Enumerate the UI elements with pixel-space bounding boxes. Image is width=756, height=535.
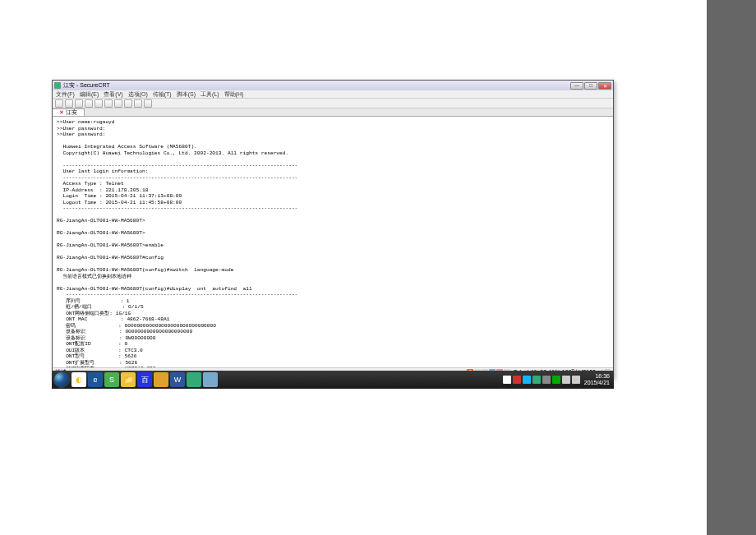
tab-label: 江安 — [66, 108, 77, 117]
tray-qq-icon[interactable] — [523, 376, 531, 384]
toolbar-quickconnect-icon[interactable] — [65, 99, 73, 108]
toolbar-reconnect-icon[interactable] — [75, 99, 83, 108]
window-title: 江安 - SecureCRT — [63, 81, 110, 90]
menu-options[interactable]: 选项(O) — [128, 90, 148, 98]
titlebar[interactable]: 江安 - SecureCRT — □ ✕ — [53, 81, 613, 90]
windows-taskbar: ◐ e S 📁 百 W 16:36 2015/4/21 — [52, 371, 614, 389]
toolbar-disconnect-icon[interactable] — [85, 99, 93, 108]
menu-tools[interactable]: 工具(L) — [201, 90, 219, 98]
taskbar-app2-icon[interactable] — [203, 372, 218, 387]
clock-time: 16:36 — [584, 373, 610, 380]
menu-transfer[interactable]: 传输(T) — [153, 90, 172, 98]
toolbar-connect-icon[interactable] — [55, 99, 63, 108]
toolbar-copy-icon[interactable] — [94, 99, 103, 108]
taskbar-ie-icon[interactable]: e — [88, 372, 103, 387]
tray-network-icon[interactable] — [572, 376, 580, 384]
start-button[interactable] — [53, 371, 70, 388]
desktop-root: 江安 - SecureCRT — □ ✕ 文件(F) 编辑(E) 查看(V) 选… — [0, 0, 756, 535]
toolbar-print-icon[interactable] — [114, 99, 122, 108]
minimize-button[interactable]: — — [570, 82, 583, 90]
taskbar-folder-icon[interactable]: 📁 — [121, 372, 136, 387]
toolbar-help-icon[interactable] — [144, 99, 152, 108]
securecrt-window: 江安 - SecureCRT — □ ✕ 文件(F) 编辑(E) 查看(V) 选… — [52, 80, 614, 379]
menu-script[interactable]: 脚本(S) — [177, 90, 196, 98]
taskbar-clock[interactable]: 16:36 2015/4/21 — [582, 373, 612, 386]
taskbar-word-icon[interactable]: W — [170, 372, 185, 387]
menu-help[interactable]: 帮助(H) — [224, 90, 244, 98]
taskbar-securecrt-icon[interactable] — [187, 372, 201, 387]
menu-edit[interactable]: 编辑(E) — [80, 90, 99, 98]
tab-row: ✕ 江安 — [53, 108, 613, 117]
toolbar-options-icon[interactable] — [134, 99, 142, 108]
toolbar-find-icon[interactable] — [124, 99, 132, 108]
tray-net-icon[interactable] — [532, 376, 541, 384]
terminal-output[interactable]: >>User name:rugaoyd >>User password: >>U… — [53, 117, 613, 367]
toolbar — [53, 99, 613, 108]
taskbar-chrome-icon[interactable]: ◐ — [71, 372, 86, 387]
session-tab[interactable]: ✕ 江安 — [53, 108, 85, 116]
tab-close-icon[interactable]: ✕ — [59, 109, 64, 116]
taskbar-app1-icon[interactable] — [154, 372, 168, 387]
close-button[interactable]: ✕ — [598, 82, 611, 90]
tray-360-icon[interactable] — [552, 376, 560, 384]
clock-date: 2015/4/21 — [584, 380, 610, 386]
tray-shield-icon[interactable] — [513, 376, 521, 384]
tray-flag-icon[interactable] — [503, 376, 511, 384]
menu-file[interactable]: 文件(F) — [56, 90, 75, 98]
taskbar-sogou-icon[interactable]: S — [104, 372, 119, 387]
menu-view[interactable]: 查看(V) — [104, 90, 122, 98]
maximize-button[interactable]: □ — [584, 82, 597, 90]
document-page: 江安 - SecureCRT — □ ✕ 文件(F) 编辑(E) 查看(V) 选… — [0, 0, 707, 535]
toolbar-paste-icon[interactable] — [104, 99, 113, 108]
tray-app-icon[interactable] — [542, 376, 551, 384]
menubar: 文件(F) 编辑(E) 查看(V) 选项(O) 传输(T) 脚本(S) 工具(L… — [53, 90, 613, 99]
app-icon — [54, 82, 61, 89]
tray-sound-icon[interactable] — [562, 376, 570, 384]
taskbar-baidu-icon[interactable]: 百 — [137, 372, 152, 387]
